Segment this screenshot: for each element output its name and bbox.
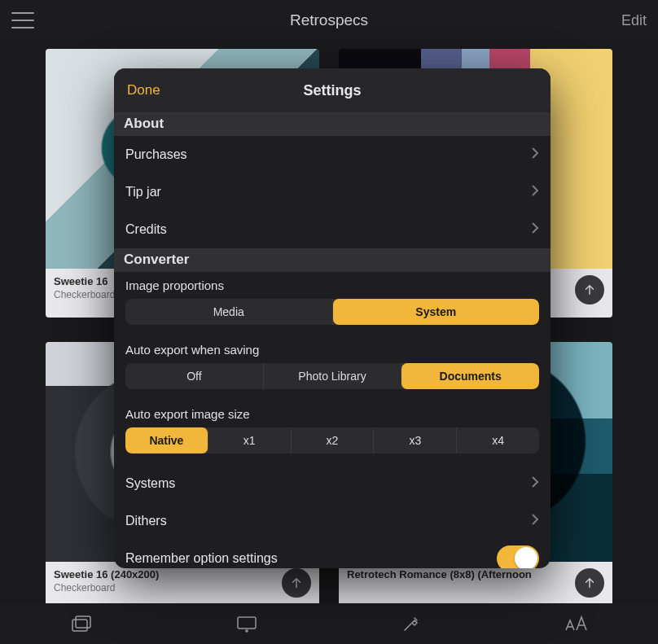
top-bar: Retrospecs Edit (0, 0, 658, 41)
section-header-about: About (114, 112, 551, 136)
segmented-export-size: Native x1 x2 x3 x4 (125, 427, 539, 453)
row-label: Systems (125, 476, 175, 491)
segment-x4[interactable]: x4 (457, 427, 539, 453)
arrow-up-icon (289, 576, 304, 590)
tab-gallery[interactable] (66, 611, 99, 637)
cards-icon (70, 614, 94, 633)
chevron-right-icon (531, 221, 539, 238)
row-credits[interactable]: Credits (114, 211, 551, 248)
segment-native[interactable]: Native (125, 427, 208, 453)
app-title: Retrospecs (290, 11, 368, 29)
modal-title: Settings (303, 82, 361, 99)
modal-body[interactable]: About Purchases Tip jar Credits Converte… (114, 112, 551, 568)
tab-display[interactable] (230, 611, 263, 637)
segmented-auto-export: Off Photo Library Documents (125, 363, 539, 389)
svg-rect-0 (72, 620, 87, 631)
text-size-icon (563, 614, 589, 633)
segment-x3[interactable]: x3 (374, 427, 457, 453)
row-label: Credits (125, 222, 167, 237)
bottom-tab-bar (0, 603, 658, 644)
eyedropper-icon (401, 613, 422, 634)
chevron-right-icon (531, 147, 539, 163)
row-purchases[interactable]: Purchases (114, 136, 551, 173)
menu-icon[interactable] (11, 12, 34, 28)
tab-eyedropper[interactable] (395, 611, 428, 637)
share-button[interactable] (575, 568, 604, 598)
row-tip-jar[interactable]: Tip jar (114, 173, 551, 211)
segment-documents[interactable]: Documents (401, 363, 539, 389)
settings-modal: Done Settings About Purchases Tip jar Cr… (114, 68, 551, 568)
card-title: Sweetie 16 (240x200) (54, 568, 311, 580)
row-label: Dithers (125, 514, 167, 528)
remember-toggle[interactable] (497, 545, 539, 568)
segment-x2[interactable]: x2 (292, 427, 375, 453)
chevron-right-icon (531, 513, 539, 529)
label-export-size: Auto export image size (114, 401, 551, 427)
card-title: Retrotech Romance (8x8) (Afternoon (347, 568, 604, 580)
tab-text[interactable] (559, 611, 592, 637)
segment-media[interactable]: Media (125, 299, 333, 325)
section-header-converter: Converter (114, 248, 551, 272)
chevron-right-icon (531, 184, 539, 200)
done-button[interactable]: Done (127, 82, 160, 99)
share-button[interactable] (575, 275, 604, 304)
edit-button[interactable]: Edit (621, 12, 647, 29)
segment-x1[interactable]: x1 (208, 427, 292, 453)
row-systems[interactable]: Systems (114, 465, 551, 502)
chevron-right-icon (531, 475, 539, 492)
label-image-proportions: Image proportions (114, 272, 551, 299)
card-subtitle: Checkerboard (54, 582, 311, 594)
segment-off[interactable]: Off (125, 363, 264, 389)
toggle-knob (515, 547, 537, 568)
arrow-up-icon (582, 576, 597, 590)
share-button[interactable] (282, 568, 311, 598)
segment-system[interactable]: System (333, 299, 540, 325)
row-label: Purchases (125, 147, 187, 162)
row-dithers[interactable]: Dithers (114, 502, 551, 540)
segment-photo-library[interactable]: Photo Library (264, 363, 402, 389)
svg-rect-2 (238, 617, 256, 629)
segmented-image-proportions: Media System (125, 299, 539, 325)
row-label: Remember option settings (125, 551, 278, 566)
row-remember-settings: Remember option settings (114, 540, 551, 568)
monitor-icon (235, 614, 259, 633)
svg-rect-1 (76, 616, 90, 628)
modal-header: Done Settings (114, 68, 551, 112)
svg-point-3 (245, 629, 248, 633)
app-root: Retrospecs Edit Sweetie 16 Checkerboard (0, 0, 658, 644)
arrow-up-icon (582, 283, 597, 297)
label-auto-export: Auto export when saving (114, 336, 551, 363)
row-label: Tip jar (125, 185, 161, 199)
